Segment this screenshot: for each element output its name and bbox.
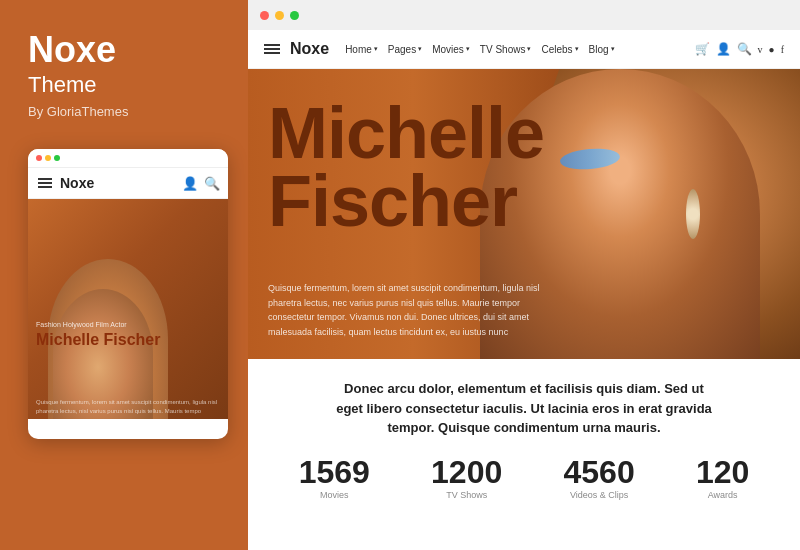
- hero-text-block: Michelle Fischer: [268, 99, 544, 236]
- chevron-down-icon: ▾: [611, 45, 615, 53]
- user-icon[interactable]: 👤: [716, 42, 731, 57]
- right-panel: Noxe Home ▾ Pages ▾ Movies ▾ TV Shows ▾ …: [248, 0, 800, 550]
- stat-awards: 120 Awards: [696, 456, 749, 500]
- social-icon-1[interactable]: ●: [769, 44, 775, 55]
- stat-tvshows-label: TV Shows: [431, 490, 502, 500]
- nav-link-celebs[interactable]: Celebs ▾: [541, 44, 578, 55]
- hero-name: Michelle Fischer: [268, 99, 544, 236]
- desktop-hamburger-icon[interactable]: [264, 44, 280, 54]
- hero-earring: [686, 189, 700, 239]
- desktop-logo: Noxe: [290, 40, 329, 58]
- chevron-down-icon: ▾: [527, 45, 531, 53]
- cart-icon[interactable]: 🛒: [695, 42, 710, 57]
- mobile-nav-left: Noxe: [38, 175, 94, 191]
- stat-awards-label: Awards: [696, 490, 749, 500]
- chevron-down-icon: ▾: [374, 45, 378, 53]
- mobile-top-bar: [28, 149, 228, 168]
- desktop-content: Donec arcu dolor, elementum et facilisis…: [248, 359, 800, 510]
- stat-videos: 4560 Videos & Clips: [564, 456, 635, 500]
- stat-videos-number: 4560: [564, 456, 635, 488]
- chevron-down-icon: ▾: [575, 45, 579, 53]
- nav-link-tvshows[interactable]: TV Shows ▾: [480, 44, 532, 55]
- desktop-mockup: Noxe Home ▾ Pages ▾ Movies ▾ TV Shows ▾ …: [248, 0, 800, 550]
- chevron-down-icon: ▾: [418, 45, 422, 53]
- mobile-hero: Fashion Holywood Film Actor Michelle Fis…: [28, 199, 228, 419]
- nav-link-blog[interactable]: Blog ▾: [589, 44, 615, 55]
- mobile-hero-name: Michelle Fischer: [36, 331, 220, 349]
- mobile-nav: Noxe 👤 🔍: [28, 168, 228, 199]
- desktop-dot-red: [260, 11, 269, 20]
- desktop-dot-yellow: [275, 11, 284, 20]
- chevron-down-icon: ▾: [466, 45, 470, 53]
- stat-videos-label: Videos & Clips: [564, 490, 635, 500]
- hero-name-line2: Fischer: [268, 167, 544, 235]
- desktop-nav-icons: 🛒 👤 🔍 v ● f: [695, 42, 784, 57]
- social-icon-2[interactable]: f: [781, 44, 784, 55]
- mobile-dot-yellow: [45, 155, 51, 161]
- desktop-hero: Michelle Fischer Quisque fermentum, lore…: [248, 69, 800, 359]
- stat-movies-number: 1569: [299, 456, 370, 488]
- nav-link-home[interactable]: Home ▾: [345, 44, 378, 55]
- brand-title: Noxe: [28, 32, 116, 68]
- mobile-hero-background: [28, 199, 228, 419]
- mobile-mockup: Noxe 👤 🔍 Fashion Holywood Film Actor Mic…: [28, 149, 228, 439]
- mobile-logo: Noxe: [60, 175, 94, 191]
- desktop-nav: Noxe Home ▾ Pages ▾ Movies ▾ TV Shows ▾ …: [248, 30, 800, 69]
- hero-name-line1: Michelle: [268, 99, 544, 167]
- search-icon[interactable]: 🔍: [737, 42, 752, 57]
- vimeo-icon[interactable]: v: [758, 44, 763, 55]
- user-icon[interactable]: 👤: [182, 176, 196, 190]
- nav-link-movies[interactable]: Movies ▾: [432, 44, 470, 55]
- mobile-hero-text: Fashion Holywood Film Actor Michelle Fis…: [36, 321, 220, 349]
- desktop-dot-green: [290, 11, 299, 20]
- mobile-hero-desc: Quisque fermentum, lorem sit amet suscip…: [36, 398, 220, 415]
- desktop-top-bar: [248, 0, 800, 30]
- mobile-dot-green: [54, 155, 60, 161]
- mobile-nav-right: 👤 🔍: [182, 176, 218, 190]
- nav-link-pages[interactable]: Pages ▾: [388, 44, 422, 55]
- brand-subtitle: Theme: [28, 72, 96, 98]
- search-icon[interactable]: 🔍: [204, 176, 218, 190]
- mobile-dot-red: [36, 155, 42, 161]
- stats-row: 1569 Movies 1200 TV Shows 4560 Videos & …: [268, 456, 780, 500]
- mobile-actor-label: Fashion Holywood Film Actor: [36, 321, 220, 328]
- stat-tvshows: 1200 TV Shows: [431, 456, 502, 500]
- stat-tvshows-number: 1200: [431, 456, 502, 488]
- desktop-nav-left: Noxe: [264, 40, 329, 58]
- content-quote: Donec arcu dolor, elementum et facilisis…: [334, 379, 714, 438]
- desktop-nav-links: Home ▾ Pages ▾ Movies ▾ TV Shows ▾ Celeb…: [345, 44, 678, 55]
- stat-movies: 1569 Movies: [299, 456, 370, 500]
- stat-awards-number: 120: [696, 456, 749, 488]
- hero-description: Quisque fermentum, lorem sit amet suscip…: [268, 281, 548, 339]
- brand-by: By GloriaThemes: [28, 104, 128, 119]
- stat-movies-label: Movies: [299, 490, 370, 500]
- mobile-window-dots: [36, 155, 60, 161]
- hamburger-icon[interactable]: [38, 178, 52, 188]
- left-panel: Noxe Theme By GloriaThemes Noxe 👤 🔍: [0, 0, 248, 550]
